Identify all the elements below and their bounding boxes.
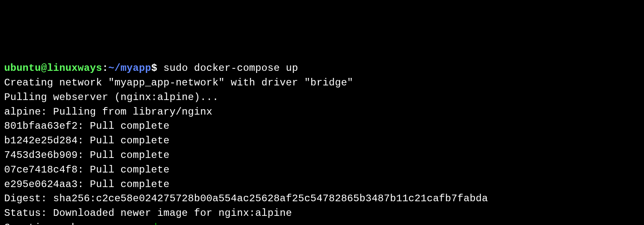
output-line-creating-container: Creating web_server ... done — [4, 221, 640, 225]
terminal-output[interactable]: ubuntu@linuxways:~/myapp$ sudo docker-co… — [4, 61, 640, 225]
output-line-status: Status: Downloaded newer image for nginx… — [4, 206, 640, 221]
output-line-layer-1: 801bfaa63ef2: Pull complete — [4, 119, 640, 134]
output-line-alpine-pulling: alpine: Pulling from library/nginx — [4, 105, 640, 120]
prompt-separator: : — [102, 62, 108, 74]
prompt-line: ubuntu@linuxways:~/myapp$ sudo docker-co… — [4, 61, 640, 76]
output-line-creating-network: Creating network "myapp_app-network" wit… — [4, 76, 640, 90]
output-line-layer-3: 7453d3e6b909: Pull complete — [4, 148, 640, 163]
output-line-layer-2: b1242e25d284: Pull complete — [4, 134, 640, 148]
prompt-path: ~/myapp — [108, 62, 151, 74]
output-line-layer-4: 07ce7418c4f8: Pull complete — [4, 163, 640, 178]
command-text: sudo docker-compose up — [157, 62, 298, 74]
output-line-digest: Digest: sha256:c2ce58e024275728b00a554ac… — [4, 192, 640, 206]
creating-container-prefix: Creating web_server ... — [4, 222, 151, 225]
output-line-pulling-webserver: Pulling webserver (nginx:alpine)... — [4, 90, 640, 105]
done-status: done — [151, 222, 176, 225]
output-line-layer-5: e295e0624aa3: Pull complete — [4, 178, 640, 192]
prompt-user: ubuntu@linuxways — [4, 62, 102, 74]
prompt-dollar: $ — [151, 62, 157, 74]
